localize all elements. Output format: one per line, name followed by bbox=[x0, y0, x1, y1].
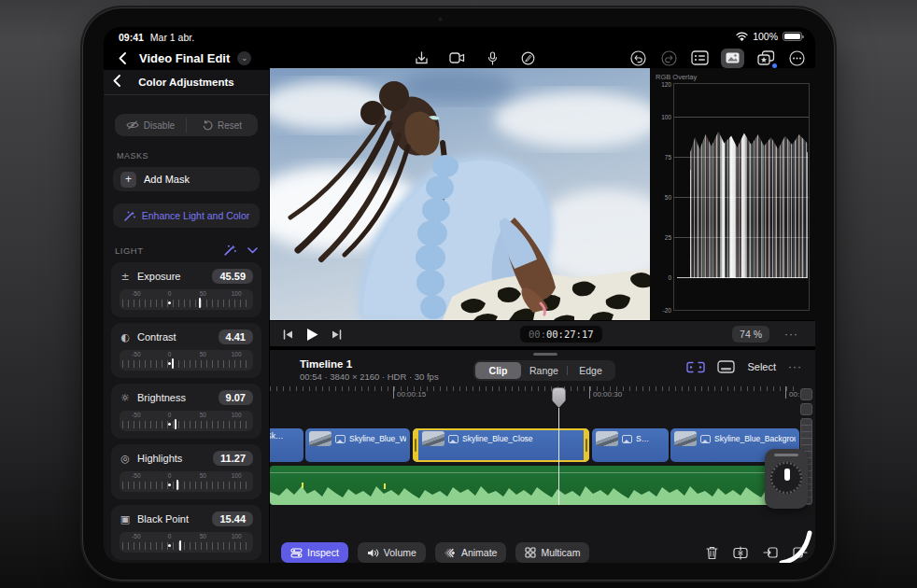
masks-section-label: MASKS bbox=[117, 151, 256, 161]
battery-icon bbox=[783, 32, 802, 41]
microphone-icon[interactable] bbox=[483, 49, 501, 67]
multicam-icon bbox=[525, 547, 536, 558]
inspect-button[interactable]: Inspect bbox=[281, 542, 348, 563]
browser-icon[interactable] bbox=[690, 49, 709, 67]
delete-icon[interactable] bbox=[706, 546, 718, 560]
contrast-value[interactable]: 4.41 bbox=[219, 329, 253, 344]
disable-reset-group: Disable Reset bbox=[115, 114, 258, 136]
play-icon[interactable] bbox=[306, 328, 318, 342]
reset-label: Reset bbox=[218, 120, 242, 131]
black-point-thumb[interactable] bbox=[179, 540, 181, 551]
disable-button[interactable]: Disable bbox=[115, 114, 186, 136]
jog-dial[interactable] bbox=[770, 462, 802, 494]
black-point-value[interactable]: 15.44 bbox=[212, 511, 253, 526]
pencil-stroke-decoration bbox=[778, 525, 815, 563]
split-clip-icon[interactable] bbox=[733, 546, 748, 560]
animate-icon bbox=[444, 548, 457, 558]
project-title: Video Final Edit bbox=[139, 51, 230, 65]
import-icon[interactable] bbox=[412, 49, 430, 67]
photo-icon bbox=[335, 435, 346, 443]
light-collapse-chevron-icon[interactable] bbox=[247, 247, 258, 254]
title-chevron-down-icon[interactable]: ⌄ bbox=[237, 51, 251, 65]
camera-icon[interactable] bbox=[447, 49, 466, 67]
brightness-track[interactable]: -50050100 bbox=[120, 411, 253, 431]
photo-icon bbox=[700, 435, 711, 443]
clip-skyline-short[interactable]: S… bbox=[592, 428, 669, 462]
highlights-icon: ◎ bbox=[120, 453, 131, 465]
viewer-zoom-level[interactable]: 74 % bbox=[732, 326, 769, 343]
brightness-thumb[interactable] bbox=[175, 419, 176, 429]
video-frame bbox=[270, 68, 650, 320]
volume-button[interactable]: Volume bbox=[358, 542, 426, 563]
clip-thumbnail bbox=[309, 431, 332, 446]
more-icon[interactable] bbox=[787, 49, 806, 67]
clip-options-icon[interactable] bbox=[717, 360, 735, 373]
add-mask-button[interactable]: + Add Mask bbox=[113, 167, 260, 191]
clip-thumbnail bbox=[596, 431, 618, 446]
jog-pointer bbox=[784, 469, 790, 481]
viewer-more-icon[interactable]: ··· bbox=[784, 328, 798, 341]
timecode-display[interactable]: 00:00:27:17 bbox=[520, 326, 602, 343]
back-icon[interactable] bbox=[113, 49, 132, 67]
animate-button[interactable]: Animate bbox=[435, 542, 507, 563]
insert-clip-icon[interactable] bbox=[763, 546, 778, 559]
photo-icon bbox=[622, 435, 632, 443]
clip-thumbnail bbox=[422, 431, 444, 446]
mode-edge[interactable]: Edge bbox=[568, 362, 614, 379]
exposure-slider: ± Exposure 45.59 -50050100 bbox=[111, 262, 261, 317]
highlights-label: Highlights bbox=[137, 453, 206, 464]
audio-track[interactable] bbox=[270, 466, 799, 505]
timeline-drag-handle[interactable] bbox=[533, 353, 557, 356]
mode-range[interactable]: Range bbox=[521, 362, 567, 379]
color-adjustments-panel: Color Adjustments Disable Reset MASKS + … bbox=[104, 70, 270, 563]
eye-slash-icon bbox=[126, 120, 139, 130]
photo-icon bbox=[448, 435, 458, 443]
trim-handle-right[interactable] bbox=[584, 428, 589, 462]
exposure-thumb[interactable] bbox=[199, 298, 201, 308]
multicam-button[interactable]: Multicam bbox=[515, 542, 589, 563]
inspect-icon bbox=[290, 548, 303, 558]
clip-skyline-partial[interactable]: Sk… bbox=[270, 428, 303, 462]
brightness-value[interactable]: 9.07 bbox=[219, 390, 253, 405]
highlights-thumb[interactable] bbox=[176, 480, 178, 490]
contrast-track[interactable]: -50050100 bbox=[120, 350, 253, 371]
jog-wheel[interactable] bbox=[765, 449, 808, 509]
viewer-icon[interactable] bbox=[721, 49, 744, 68]
waveform-trace bbox=[690, 132, 807, 278]
trim-handle-left[interactable] bbox=[413, 428, 418, 462]
trim-tool-icon[interactable] bbox=[686, 361, 705, 373]
mode-clip[interactable]: Clip bbox=[475, 362, 521, 379]
undo-icon[interactable] bbox=[628, 49, 647, 67]
disable-label: Disable bbox=[144, 120, 175, 131]
pencil-tools-icon[interactable] bbox=[518, 49, 537, 67]
reset-button[interactable]: Reset bbox=[187, 114, 258, 136]
timeline-ruler[interactable]: 00:00:15 00:00:30 00:00:45 bbox=[270, 386, 799, 411]
black-point-icon: ▣ bbox=[120, 513, 131, 525]
light-wand-icon[interactable] bbox=[223, 244, 236, 257]
next-frame-icon[interactable] bbox=[332, 329, 342, 340]
highlights-value[interactable]: 11.27 bbox=[213, 451, 253, 466]
enhance-light-color-button[interactable]: Enhance Light and Color bbox=[113, 203, 260, 228]
timeline-more-icon[interactable]: ··· bbox=[788, 360, 802, 373]
exposure-track[interactable]: -50050100 bbox=[120, 289, 253, 310]
panel-back-icon[interactable] bbox=[113, 75, 120, 87]
video-viewer[interactable] bbox=[270, 68, 650, 320]
edit-mode-segmented-control: Clip Range Edge bbox=[473, 360, 615, 381]
effects-icon[interactable] bbox=[756, 49, 775, 67]
clip-skyline-blue-wide[interactable]: Skyline_Blue_Wide bbox=[305, 428, 410, 462]
exposure-value[interactable]: 45.59 bbox=[212, 269, 253, 284]
contrast-icon: ◐ bbox=[120, 331, 131, 343]
select-button[interactable]: Select bbox=[747, 361, 776, 372]
clip-skyline-blue-close[interactable]: Skyline_Blue_Close bbox=[413, 428, 589, 462]
screen: 09:41 Mar 1 abr. 100% Video Final Edit ⌄ bbox=[104, 27, 815, 563]
highlights-track[interactable]: -50050100 bbox=[120, 471, 253, 492]
contrast-thumb[interactable] bbox=[172, 358, 174, 369]
black-point-track[interactable]: -50050100 bbox=[120, 532, 253, 553]
black-point-label: Black Point bbox=[137, 513, 205, 525]
previous-frame-icon[interactable] bbox=[283, 329, 293, 340]
jog-drag-handle[interactable] bbox=[774, 454, 798, 456]
volume-icon bbox=[367, 548, 379, 558]
ipad-device: 09:41 Mar 1 abr. 100% Video Final Edit ⌄ bbox=[82, 7, 835, 581]
panel-title: Color Adjustments bbox=[138, 77, 233, 88]
rgb-overlay-scope: RGB Overlay 120 100 75 50 25 0 -20 bbox=[650, 68, 815, 320]
